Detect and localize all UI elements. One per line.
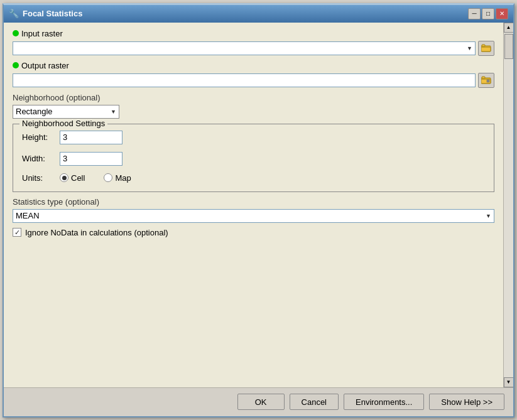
- input-raster-section: Input raster ▼: [13, 29, 494, 56]
- units-radio-group: Cell Map: [60, 173, 131, 183]
- svg-rect-7: [482, 77, 485, 78]
- neighborhood-section: Neighborhood (optional) Rectangle ▼: [13, 93, 494, 119]
- ignore-nodata-row: ✓ Ignore NoData in calculations (optiona…: [13, 228, 494, 237]
- ok-button[interactable]: OK: [237, 394, 285, 410]
- close-button[interactable]: ✕: [496, 8, 508, 19]
- width-row: Width:: [22, 152, 485, 166]
- input-raster-browse-button[interactable]: [478, 41, 494, 56]
- map-label: Map: [115, 173, 131, 183]
- units-row: Units: Cell Map: [22, 173, 485, 183]
- main-panel: Input raster ▼: [4, 23, 503, 387]
- output-raster-label: Output raster: [21, 61, 69, 70]
- height-input[interactable]: [60, 131, 122, 144]
- width-input[interactable]: [60, 152, 122, 166]
- neighborhood-dropdown[interactable]: Rectangle ▼: [13, 105, 119, 119]
- neighborhood-settings-group: Neighborhood Settings Height: Width: Uni…: [13, 124, 494, 192]
- scroll-thumb[interactable]: [504, 34, 513, 59]
- folder-save-icon: [481, 76, 491, 85]
- input-raster-field-row: ▼: [13, 41, 494, 56]
- statistics-label: Statistics type (optional): [13, 197, 494, 207]
- minimize-button[interactable]: ─: [468, 8, 481, 19]
- input-raster-indicator: [13, 30, 19, 36]
- environments-button[interactable]: Environments...: [344, 394, 424, 410]
- focal-statistics-window: 🔧 Focal Statistics ─ □ ✕ Input raster: [3, 3, 514, 417]
- neighborhood-dropdown-row: Rectangle ▼: [13, 105, 494, 119]
- output-raster-browse-button[interactable]: [478, 73, 494, 88]
- height-label: Height:: [22, 132, 60, 142]
- output-raster-indicator: [13, 62, 19, 68]
- show-help-button[interactable]: Show Help >>: [429, 394, 504, 410]
- output-raster-input-row: [13, 73, 494, 88]
- ignore-nodata-label: Ignore NoData in calculations (optional): [25, 228, 168, 237]
- output-raster-section: Output raster: [13, 61, 494, 88]
- cell-radio-label[interactable]: Cell: [60, 173, 85, 183]
- statistics-selected: MEAN: [16, 211, 40, 220]
- output-raster-field-row: [13, 73, 494, 88]
- neighborhood-settings-title: Neighborhood Settings: [19, 119, 107, 128]
- statistics-dropdown[interactable]: MEAN ▼: [13, 209, 494, 223]
- width-label: Width:: [22, 154, 60, 163]
- input-raster-input-row: ▼: [13, 41, 494, 56]
- scroll-up-button[interactable]: ▲: [504, 23, 514, 33]
- input-raster-label-row: Input raster: [13, 29, 494, 38]
- height-row: Height:: [22, 131, 485, 144]
- neighborhood-label: Neighborhood (optional): [13, 93, 494, 102]
- scrollbar[interactable]: ▲ ▼: [503, 23, 513, 387]
- scroll-down-button[interactable]: ▼: [504, 377, 514, 387]
- cancel-button[interactable]: Cancel: [290, 394, 339, 410]
- input-raster-dropdown[interactable]: ▼: [13, 41, 476, 55]
- statistics-dropdown-wrap: MEAN ▼: [13, 209, 494, 223]
- svg-rect-3: [482, 45, 485, 46]
- cell-radio-button[interactable]: [60, 173, 68, 182]
- cell-label: Cell: [71, 173, 85, 183]
- title-buttons: ─ □ ✕: [468, 8, 508, 19]
- statistics-section: Statistics type (optional) MEAN ▼: [13, 197, 494, 223]
- statistics-dropdown-row: MEAN ▼: [13, 209, 494, 223]
- window-title: Focal Statistics: [23, 9, 82, 18]
- input-raster-label: Input raster: [21, 29, 63, 38]
- content-area: Input raster ▼: [4, 23, 513, 387]
- window-icon: 🔧: [9, 9, 19, 19]
- footer: OK Cancel Environments... Show Help >>: [4, 387, 513, 416]
- output-raster-input[interactable]: [13, 73, 476, 87]
- units-label: Units:: [22, 173, 60, 183]
- ignore-nodata-checkbox[interactable]: ✓: [13, 228, 21, 237]
- maximize-button[interactable]: □: [482, 8, 494, 19]
- folder-open-icon: [481, 44, 491, 53]
- svg-rect-2: [481, 47, 491, 51]
- scroll-track[interactable]: [504, 33, 513, 377]
- output-raster-label-row: Output raster: [13, 61, 494, 70]
- title-bar: 🔧 Focal Statistics ─ □ ✕: [4, 5, 513, 23]
- map-radio-button[interactable]: [104, 173, 112, 182]
- statistics-dropdown-arrow: ▼: [486, 213, 491, 219]
- neighborhood-dropdown-arrow: ▼: [111, 109, 116, 115]
- input-raster-dropdown-arrow: ▼: [467, 45, 472, 51]
- map-radio-label[interactable]: Map: [104, 173, 131, 183]
- title-bar-left: 🔧 Focal Statistics: [9, 9, 82, 19]
- neighborhood-selected: Rectangle: [16, 107, 53, 116]
- svg-rect-8: [487, 80, 489, 82]
